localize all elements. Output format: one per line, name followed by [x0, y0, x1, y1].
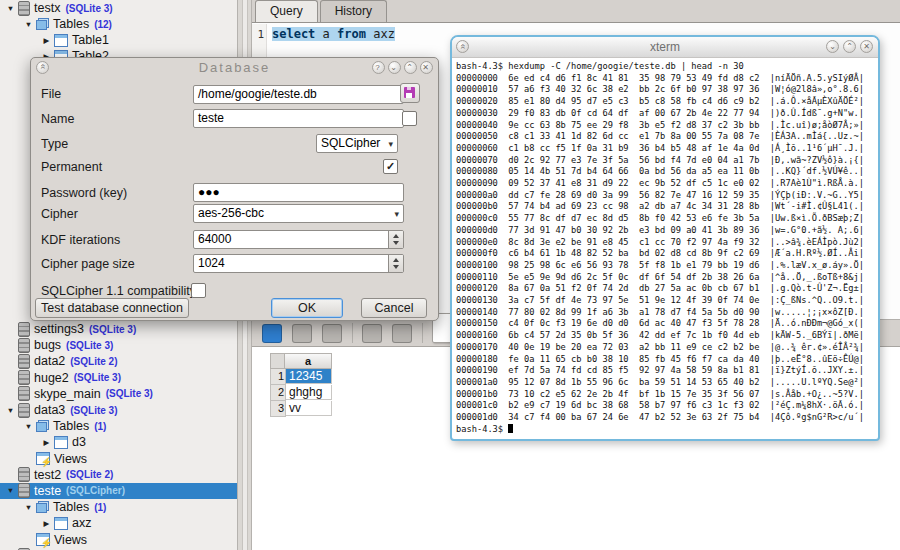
tree-item-teste[interactable]: ▼teste(SQLCipher) — [0, 483, 237, 499]
tree-item-data2[interactable]: data2(SQLite 2) — [0, 353, 237, 369]
chevron-down-icon[interactable]: ▼ — [3, 486, 18, 495]
hexdump-line: 000001b0 73 10 c2 e5 62 2e 2b 4f bf 1b 1… — [456, 389, 874, 401]
line-number: 1 — [257, 28, 264, 41]
compat-checkbox[interactable] — [191, 283, 206, 298]
database-dialog: « Database ? ⌄ ⌃ ✕ File /home/googie/tes… — [30, 57, 439, 321]
name-checkbox[interactable] — [402, 111, 417, 126]
roll-up-icon[interactable]: ⌃ — [843, 40, 856, 53]
tree-item-tables[interactable]: ▼Tables(12) — [0, 16, 237, 32]
data-cell[interactable]: vv — [286, 401, 332, 416]
spinner[interactable] — [388, 254, 404, 273]
tree-item-views[interactable]: ⚡Views — [0, 531, 237, 547]
dialog-titlebar[interactable]: « Database ? ⌄ ⌃ ✕ — [31, 58, 438, 77]
tree-item-label: Views — [54, 533, 87, 547]
sql-keyword: select — [272, 27, 315, 41]
shade-icon[interactable]: « — [36, 61, 49, 74]
tree-item-d3[interactable]: ▶d3 — [0, 434, 237, 450]
tree-item-type-badge: (12) — [94, 19, 112, 30]
hexdump-line: 000000a0 dd c7 fe 28 69 d0 3a 99 56 82 7… — [456, 190, 874, 202]
tree-item-label: d3 — [72, 435, 86, 449]
tree-item-type-badge: (1) — [94, 502, 106, 513]
data-cell[interactable]: ghghg — [286, 385, 332, 400]
table-icon — [54, 517, 68, 530]
tree-item-settings3[interactable]: settings3(SQLite 3) — [0, 321, 237, 337]
chevron-down-icon[interactable]: ▼ — [21, 422, 36, 431]
add-row-icon[interactable] — [322, 324, 342, 343]
tab-query[interactable]: Query — [255, 0, 318, 22]
row-number[interactable]: 1 — [270, 369, 286, 385]
chevron-down-icon[interactable]: ▼ — [3, 4, 18, 13]
row-number[interactable]: 3 — [270, 401, 286, 417]
roll-up-icon[interactable]: ⌃ — [404, 61, 417, 74]
tree-item-axz[interactable]: ▶axz — [0, 515, 237, 531]
hexdump-line: 00000040 9e cc 63 8b 75 ee 29 f8 3b e5 f… — [456, 120, 874, 132]
page-size-input[interactable]: 1024 — [193, 254, 404, 273]
data-cell[interactable]: 12345 — [286, 369, 332, 384]
tree-item-tables[interactable]: ▼Tables(1) — [0, 418, 237, 434]
file-label: File — [41, 87, 61, 101]
terminal-output[interactable]: bash-4.3$ hexdump -C /home/googie/teste.… — [452, 58, 878, 439]
close-icon[interactable]: ✕ — [420, 61, 433, 74]
chevron-right-icon[interactable]: ▶ — [39, 438, 54, 447]
refresh-icon[interactable] — [292, 324, 312, 343]
kdf-input[interactable]: 64000 — [193, 230, 404, 249]
cipher-dropdown[interactable]: aes-256-cbc ▾ — [193, 204, 404, 223]
xterm-titlebar[interactable]: « xterm ⌄ ⌃ ✕ — [452, 37, 878, 58]
close-icon[interactable]: ✕ — [860, 40, 873, 53]
tree-item-test2[interactable]: test2(SQLite 2) — [0, 467, 237, 483]
column-header[interactable]: a — [285, 353, 332, 369]
cancel-button[interactable]: Cancel — [361, 298, 427, 318]
hexdump-line: 00000070 d0 2c 92 77 e3 7e 3f 5a 56 bd f… — [456, 155, 874, 167]
help-icon[interactable]: ? — [372, 61, 385, 74]
tree-item-huge2[interactable]: huge2(SQLite 3) — [0, 370, 237, 386]
chevron-down-icon[interactable]: ▼ — [3, 406, 18, 415]
file-input[interactable]: /home/googie/teste.db — [193, 85, 404, 104]
toolbar-separator — [352, 323, 353, 343]
terminal-command-line: bash-4.3$ hexdump -C /home/googie/teste.… — [456, 61, 874, 73]
grid-view-icon[interactable] — [262, 324, 282, 343]
tree-item-testx[interactable]: ▼testx(SQLite 3) — [0, 0, 237, 16]
dialog-title: Database — [199, 60, 271, 75]
chevron-down-icon[interactable]: ▼ — [21, 503, 36, 512]
hexdump-line: 000001d0 34 c7 f4 00 ba 67 24 6e 47 b2 5… — [456, 412, 874, 424]
table-row: 112345 — [270, 369, 332, 385]
roll-down-icon[interactable]: ⌄ — [826, 40, 839, 53]
chevron-right-icon[interactable]: ▶ — [39, 519, 54, 528]
chevron-right-icon[interactable]: ▶ — [39, 36, 54, 45]
browse-file-button[interactable] — [400, 83, 420, 103]
password-input[interactable]: ●●● — [193, 183, 404, 202]
roll-down-icon[interactable]: ⌄ — [388, 61, 401, 74]
rollback-icon[interactable] — [392, 324, 412, 343]
tree-item-label: testx — [34, 1, 60, 15]
row-number[interactable]: 2 — [270, 385, 286, 401]
chevron-down-icon[interactable]: ▼ — [21, 20, 36, 29]
hexdump-line: 00000170 40 0e 19 be 20 ea 72 03 a2 bb 1… — [456, 342, 874, 354]
database-icon — [18, 322, 30, 337]
tree-item-data3[interactable]: ▼data3(SQLite 3) — [0, 402, 237, 418]
shade-icon[interactable]: « — [456, 40, 469, 53]
toolbar-separator — [422, 323, 423, 343]
database-icon — [18, 338, 30, 353]
tree-item-label: Tables — [53, 17, 89, 31]
sql-token: a — [315, 27, 337, 41]
tree-item-skype_main[interactable]: skype_main(SQLite 3) — [0, 386, 237, 402]
table-row: 2ghghg — [270, 385, 332, 401]
name-input[interactable]: teste — [193, 109, 404, 128]
type-dropdown[interactable]: SQLCipher ▾ — [316, 134, 398, 153]
database-icon — [18, 403, 30, 418]
tree-item-table1[interactable]: ▶Table1 — [0, 32, 237, 48]
tree-item-views[interactable]: ⚡Views — [0, 451, 237, 467]
app-root: Query History 1 select a from axz a11234… — [0, 0, 900, 550]
views-icon: ⚡ — [36, 452, 50, 465]
tree-item-bugs[interactable]: bugs(SQLite 3) — [0, 337, 237, 353]
test-connection-button[interactable]: Test database connection — [35, 298, 189, 318]
tab-history[interactable]: History — [320, 0, 387, 22]
tree-item-type-badge: (SQLite 3) — [74, 372, 121, 383]
tables-icon — [36, 18, 49, 30]
tree-item-label: teste — [34, 484, 61, 498]
spinner[interactable] — [388, 230, 404, 249]
commit-icon[interactable] — [362, 324, 382, 343]
permanent-checkbox[interactable]: ✓ — [383, 159, 398, 174]
ok-button[interactable]: OK — [271, 298, 343, 318]
tree-item-tables[interactable]: ▼Tables(1) — [0, 499, 237, 515]
